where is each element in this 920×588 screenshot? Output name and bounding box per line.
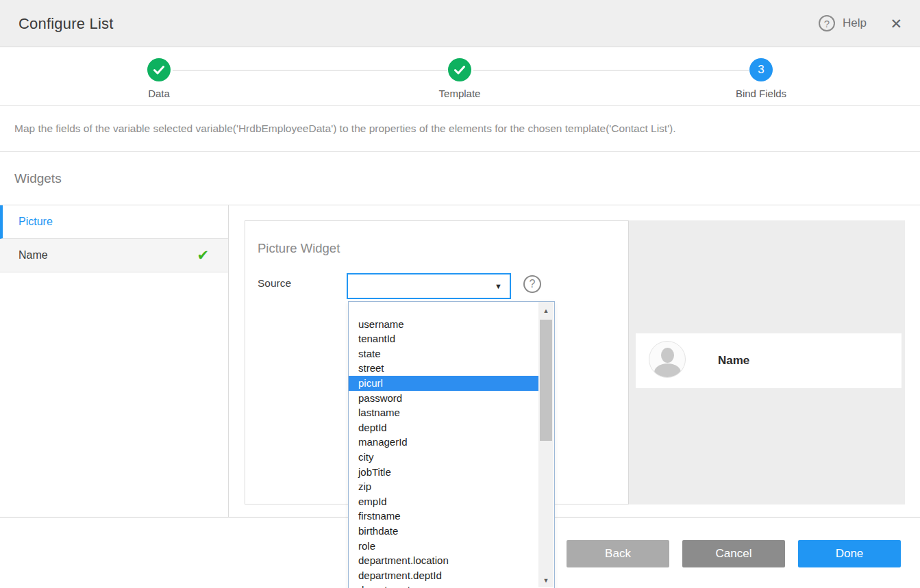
step-label: Bind Fields xyxy=(713,88,809,99)
page-title: Configure List xyxy=(18,15,114,33)
done-button[interactable]: Done xyxy=(798,540,901,567)
question-icon: ? xyxy=(530,278,536,290)
dropdown-options: username tenantId state street picurl pa… xyxy=(349,302,540,588)
contact-card-preview: Name xyxy=(636,333,902,388)
dropdown-option[interactable]: birthdate xyxy=(349,524,540,539)
sidebar-item-name[interactable]: Name ✔ xyxy=(0,239,228,272)
description-text: Map the fields of the variable selected … xyxy=(14,123,676,135)
step-data[interactable]: Data xyxy=(111,58,207,99)
description-row: Map the fields of the variable selected … xyxy=(0,106,920,152)
dropdown-option[interactable]: empId xyxy=(349,494,540,509)
dropdown-arrow-icon: ▼ xyxy=(495,282,502,290)
source-select[interactable]: ▼ xyxy=(347,273,511,299)
cancel-button[interactable]: Cancel xyxy=(682,540,785,567)
check-icon xyxy=(153,66,164,75)
dropdown-option[interactable]: managerId xyxy=(349,435,540,450)
dropdown-option[interactable]: username xyxy=(349,317,540,332)
sidebar-item-picture[interactable]: Picture xyxy=(0,205,228,239)
avatar-placeholder-icon xyxy=(649,341,686,378)
template-preview: Name xyxy=(629,220,905,504)
dialog-header: Configure List ? Help ✕ xyxy=(0,0,920,47)
preview-name-label: Name xyxy=(718,354,749,368)
stepper-connector-1 xyxy=(173,70,447,71)
back-button[interactable]: Back xyxy=(567,540,669,567)
sidebar-item-label: Name xyxy=(18,249,48,261)
scroll-up-icon[interactable]: ▲ xyxy=(538,305,554,316)
dropdown-option[interactable]: picurl xyxy=(349,376,540,391)
step-label: Template xyxy=(412,88,508,99)
source-help-button[interactable]: ? xyxy=(523,275,541,293)
help-button[interactable]: ? Help xyxy=(819,15,867,31)
step-label: Data xyxy=(111,88,207,99)
dropdown-option[interactable]: department.name xyxy=(349,583,540,588)
dropdown-option[interactable]: tenantId xyxy=(349,331,540,346)
bound-check-icon: ✔ xyxy=(197,247,209,264)
dropdown-option[interactable]: state xyxy=(349,346,540,361)
dropdown-option[interactable]: street xyxy=(349,361,540,376)
avatar-head-shape xyxy=(661,348,674,363)
step-number-badge: 3 xyxy=(749,58,773,81)
help-icon: ? xyxy=(819,15,835,31)
scroll-down-icon[interactable]: ▼ xyxy=(538,574,554,586)
dropdown-option[interactable]: firstname xyxy=(349,509,540,524)
check-icon xyxy=(454,66,465,75)
stepper: Data Template 3 Bind Fields xyxy=(0,47,920,106)
close-icon[interactable]: ✕ xyxy=(890,16,902,31)
scrollbar-thumb[interactable] xyxy=(540,320,552,441)
dropdown-option[interactable]: deptId xyxy=(349,420,540,435)
panel-title: Picture Widget xyxy=(258,241,340,256)
dropdown-option[interactable]: password xyxy=(349,391,540,406)
dropdown-option[interactable]: department.location xyxy=(349,553,540,568)
widgets-heading: Widgets xyxy=(14,171,62,186)
dropdown-option[interactable]: city xyxy=(349,450,540,465)
source-label: Source xyxy=(258,277,291,290)
dropdown-option[interactable]: department.deptId xyxy=(349,568,540,583)
avatar-body-shape xyxy=(654,363,681,378)
step-done-icon xyxy=(448,58,471,81)
sidebar-item-label: Picture xyxy=(18,216,53,228)
dropdown-option[interactable] xyxy=(349,302,540,317)
dropdown-option[interactable]: zip xyxy=(349,479,540,494)
source-dropdown-list: username tenantId state street picurl pa… xyxy=(348,301,555,588)
step-done-icon xyxy=(147,58,171,81)
step-template[interactable]: Template xyxy=(412,58,508,99)
dropdown-option[interactable]: role xyxy=(349,539,540,554)
widgets-sidebar: Picture Name ✔ xyxy=(0,205,229,517)
step-bind-fields[interactable]: 3 Bind Fields xyxy=(713,58,809,99)
stepper-connector-2 xyxy=(473,70,749,71)
dropdown-scrollbar[interactable]: ▲ ▼ xyxy=(538,302,554,587)
widgets-heading-row: Widgets xyxy=(0,152,920,205)
dropdown-option[interactable]: lastname xyxy=(349,405,540,420)
help-label: Help xyxy=(843,16,867,30)
dropdown-option[interactable]: jobTitle xyxy=(349,465,540,480)
